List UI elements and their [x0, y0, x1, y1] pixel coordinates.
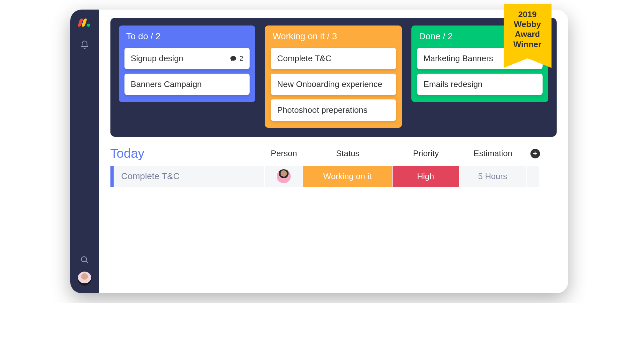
column-header-estimation: Estimation: [460, 149, 527, 158]
kanban-board: To do / 2 Signup design 2 Banners Campai…: [110, 18, 557, 137]
kanban-card-title: Photoshoot preperations: [277, 105, 367, 115]
search-icon: [80, 255, 89, 265]
kanban-card-title: Complete T&C: [277, 54, 331, 63]
award-ribbon: 2019 Webby Award Winner: [504, 4, 552, 58]
today-heading: Today: [110, 146, 265, 161]
today-header-row: Today Person Status Priority Estimation …: [110, 146, 557, 161]
column-header-status: Status: [303, 149, 393, 158]
task-person-cell[interactable]: [265, 166, 303, 187]
user-avatar[interactable]: [78, 272, 92, 286]
svg-point-0: [81, 257, 86, 262]
kanban-card-title: New Onboarding experience: [277, 79, 382, 89]
kanban-card[interactable]: Banners Campaign: [124, 74, 250, 95]
svg-line-1: [86, 261, 88, 263]
ribbon-text: Winner: [507, 40, 548, 49]
kanban-card[interactable]: Emails redesign: [417, 74, 543, 95]
kanban-card-title: Emails redesign: [424, 79, 483, 89]
task-extra-cell[interactable]: [527, 166, 539, 187]
comment-icon: [230, 55, 237, 62]
column-header-person: Person: [265, 149, 303, 158]
status-label: Working on it: [323, 171, 372, 181]
priority-label: High: [417, 171, 434, 181]
kanban-card[interactable]: New Onboarding experience: [271, 74, 396, 95]
task-row[interactable]: Complete T&C Working on it High 5 Hours: [110, 166, 557, 187]
add-column-button[interactable]: +: [530, 149, 540, 158]
kanban-column-todo: To do / 2 Signup design 2 Banners Campai…: [119, 25, 256, 102]
notifications-button[interactable]: [80, 40, 89, 51]
column-header-priority: Priority: [393, 149, 460, 158]
plus-icon: +: [533, 149, 537, 158]
kanban-card-title: Marketing Banners: [424, 54, 493, 63]
kanban-card[interactable]: Signup design 2: [124, 48, 250, 69]
row-color-accent: [110, 166, 114, 187]
task-estimation-cell[interactable]: 5 Hours: [460, 166, 527, 187]
estimation-label: 5 Hours: [478, 171, 507, 181]
kanban-card-title: Signup design: [131, 54, 184, 63]
kanban-column-working: Working on it / 3 Complete T&C New Onboa…: [265, 25, 402, 128]
app-logo[interactable]: [79, 18, 90, 27]
search-button[interactable]: [80, 255, 89, 266]
kanban-column-header: To do / 2: [124, 30, 250, 43]
task-status-cell[interactable]: Working on it: [303, 166, 393, 187]
kanban-column-header: Working on it / 3: [271, 30, 396, 43]
app-window: 2019 Webby Award Winner: [70, 10, 568, 293]
logo-dot-green: [87, 24, 90, 27]
person-avatar: [277, 169, 291, 183]
main-content: To do / 2 Signup design 2 Banners Campai…: [99, 10, 568, 293]
card-comment-count[interactable]: 2: [230, 55, 243, 63]
kanban-card[interactable]: Complete T&C: [271, 48, 396, 69]
sidebar: [70, 10, 99, 293]
task-name-cell[interactable]: Complete T&C: [114, 166, 265, 187]
kanban-card-title: Banners Campaign: [131, 79, 202, 89]
bell-icon: [80, 40, 89, 50]
ribbon-text: 2019: [507, 10, 548, 19]
task-priority-cell[interactable]: High: [393, 166, 460, 187]
task-name: Complete T&C: [121, 171, 180, 181]
kanban-card[interactable]: Photoshoot preperations: [271, 99, 396, 121]
comment-number: 2: [239, 55, 243, 63]
ribbon-text: Webby: [507, 19, 548, 29]
today-section: Today Person Status Priority Estimation …: [99, 137, 568, 187]
ribbon-text: Award: [507, 29, 548, 39]
